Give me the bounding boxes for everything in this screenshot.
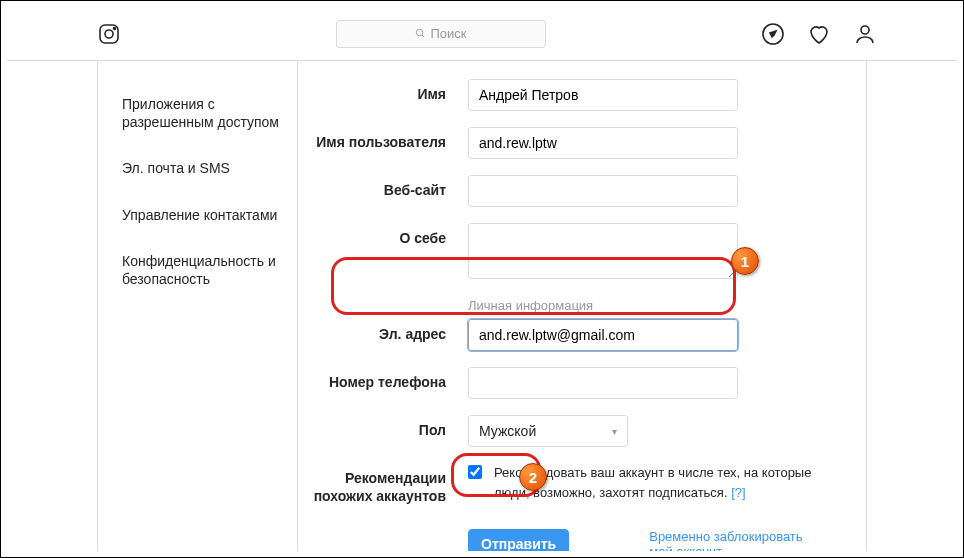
name-label: Имя xyxy=(308,79,468,103)
settings-form: Имя Имя пользователя Веб-сайт О себе xyxy=(298,61,866,551)
username-field[interactable] xyxy=(468,127,738,159)
search-placeholder: Поиск xyxy=(430,26,466,41)
svg-point-1 xyxy=(105,30,113,38)
website-label: Веб-сайт xyxy=(308,175,468,199)
sidebar-item-contacts[interactable]: Управление контактами xyxy=(98,192,297,238)
email-field[interactable] xyxy=(468,319,738,351)
topbar: Поиск xyxy=(7,7,957,61)
gender-label: Пол xyxy=(308,415,468,439)
profile-icon[interactable] xyxy=(853,22,877,46)
svg-point-7 xyxy=(861,26,869,34)
svg-marker-6 xyxy=(770,31,776,37)
name-field[interactable] xyxy=(468,79,738,111)
username-label: Имя пользователя xyxy=(308,127,468,151)
sidebar-item-email-sms[interactable]: Эл. почта и SMS xyxy=(98,145,297,191)
gender-select[interactable]: Мужской ▾ xyxy=(468,415,628,447)
phone-field[interactable] xyxy=(468,367,738,399)
recommend-label: Рекомендации похожих аккаунтов xyxy=(308,463,468,505)
bio-field[interactable] xyxy=(468,223,738,279)
heart-icon[interactable] xyxy=(807,22,831,46)
submit-button[interactable]: Отправить xyxy=(468,529,569,551)
search-icon xyxy=(415,28,426,39)
page-scroll[interactable]: Поиск Приложения с разрешенным доступом xyxy=(7,7,957,551)
svg-point-2 xyxy=(114,27,116,29)
website-field[interactable] xyxy=(468,175,738,207)
recommend-help-link[interactable]: [?] xyxy=(731,485,745,500)
recommend-checkbox[interactable] xyxy=(468,465,482,479)
disable-account-link[interactable]: Временно заблокировать мой аккаунт xyxy=(649,529,826,551)
phone-label: Номер телефона xyxy=(308,367,468,391)
recommend-text: Рекомендовать ваш аккаунт в числе тех, н… xyxy=(494,463,814,502)
chevron-down-icon: ▾ xyxy=(612,426,617,437)
sidebar-item-privacy[interactable]: Конфиденциальность и безопасность xyxy=(98,238,297,302)
bio-label: О себе xyxy=(308,223,468,247)
svg-line-4 xyxy=(422,35,424,37)
sidebar-item-apps[interactable]: Приложения с разрешенным доступом xyxy=(98,81,297,145)
gender-value: Мужской xyxy=(479,423,536,439)
instagram-logo-icon[interactable] xyxy=(97,22,121,46)
email-label: Эл. адрес xyxy=(308,319,468,343)
explore-icon[interactable] xyxy=(761,22,785,46)
settings-sidebar: Приложения с разрешенным доступом Эл. по… xyxy=(98,61,298,551)
svg-point-3 xyxy=(417,29,423,35)
search-input[interactable]: Поиск xyxy=(336,20,546,48)
personal-info-heading: Личная информация xyxy=(468,298,826,313)
